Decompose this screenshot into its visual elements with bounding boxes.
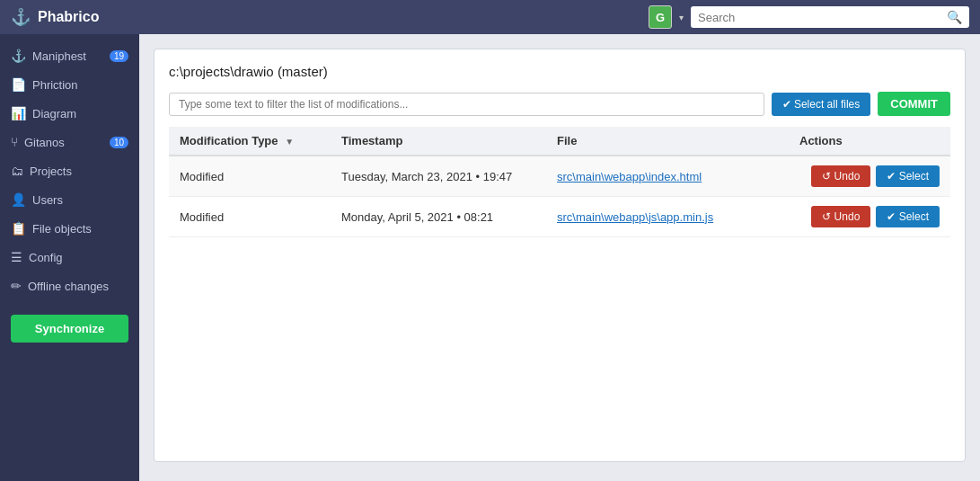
main-layout: ⚓ Maniphest 19 📄 Phriction 📊 Diagram ⑂ G… — [0, 34, 980, 481]
col-header-timestamp: Timestamp — [331, 127, 546, 156]
actions-cell: ↺ Undo ✔ Select — [799, 165, 940, 187]
table-row: ModifiedMonday, April 5, 2021 • 08:21src… — [169, 197, 950, 237]
gitanos-icon: ⑂ — [11, 135, 18, 149]
select-all-button[interactable]: ✔ Select all files — [772, 93, 871, 116]
filter-row: ✔ Select all files COMMIT — [169, 92, 950, 116]
content-card: c:\projects\drawio (master) ✔ Select all… — [154, 49, 966, 462]
select-button[interactable]: ✔ Select — [876, 206, 940, 227]
sidebar-label-config: Config — [29, 251, 63, 264]
undo-button[interactable]: ↺ Undo — [811, 165, 870, 187]
config-icon: ☰ — [11, 250, 22, 264]
topnav-right: G ▾ 🔍 — [649, 5, 969, 29]
col-header-actions: Actions — [789, 127, 950, 156]
offlinechanges-icon: ✏ — [11, 279, 22, 293]
sidebar-label-offlinechanges: Offline changes — [28, 280, 109, 293]
sidebar-label-diagram: Diagram — [32, 107, 76, 120]
select-button[interactable]: ✔ Select — [876, 165, 940, 187]
sidebar-item-config[interactable]: ☰ Config — [0, 243, 139, 272]
maniphest-badge: 19 — [110, 50, 128, 62]
anchor-icon: ⚓ — [11, 7, 31, 27]
app-logo: ⚓ Phabrico — [11, 7, 99, 27]
sidebar-sync: Synchronize — [11, 315, 128, 343]
col-header-file: File — [546, 127, 789, 156]
search-box: 🔍 — [691, 6, 969, 28]
sidebar-item-diagram[interactable]: 📊 Diagram — [0, 99, 139, 128]
sidebar-item-projects[interactable]: 🗂 Projects — [0, 156, 139, 185]
page-title: c:\projects\drawio (master) — [169, 64, 950, 79]
fileobjects-icon: 📋 — [11, 221, 26, 236]
search-button[interactable]: 🔍 — [940, 6, 969, 28]
sidebar-label-users: Users — [32, 193, 63, 207]
users-icon: 👤 — [11, 192, 26, 207]
undo-button[interactable]: ↺ Undo — [811, 206, 870, 227]
sidebar-label-maniphest: Maniphest — [32, 49, 86, 63]
sidebar-item-phriction[interactable]: 📄 Phriction — [0, 70, 139, 99]
cell-mod-type: Modified — [169, 156, 331, 197]
sort-icon: ▼ — [285, 137, 294, 147]
sidebar-item-fileobjects[interactable]: 📋 File objects — [0, 214, 139, 243]
sidebar: ⚓ Maniphest 19 📄 Phriction 📊 Diagram ⑂ G… — [0, 34, 139, 481]
cell-timestamp: Tuesday, March 23, 2021 • 19:47 — [331, 156, 546, 197]
cell-mod-type: Modified — [169, 197, 331, 237]
phriction-icon: 📄 — [11, 77, 26, 92]
avatar-chevron-icon[interactable]: ▾ — [679, 13, 684, 22]
col-header-modtype[interactable]: Modification Type ▼ — [169, 127, 331, 156]
diagram-icon: 📊 — [11, 106, 26, 120]
sidebar-label-gitanos: Gitanos — [24, 136, 65, 149]
modifications-table: Modification Type ▼ Timestamp File Actio… — [169, 127, 950, 237]
sidebar-item-gitanos[interactable]: ⑂ Gitanos 10 — [0, 128, 139, 156]
maniphest-icon: ⚓ — [11, 49, 26, 63]
filter-input[interactable] — [169, 93, 764, 116]
table-header-row: Modification Type ▼ Timestamp File Actio… — [169, 127, 950, 156]
cell-timestamp: Monday, April 5, 2021 • 08:21 — [331, 197, 546, 237]
synchronize-button[interactable]: Synchronize — [11, 315, 128, 343]
cell-actions: ↺ Undo ✔ Select — [789, 156, 950, 197]
cell-actions: ↺ Undo ✔ Select — [789, 197, 950, 237]
sidebar-label-phriction: Phriction — [32, 78, 78, 92]
topnav: ⚓ Phabrico G ▾ 🔍 — [0, 0, 980, 34]
search-input[interactable] — [691, 7, 940, 28]
user-avatar[interactable]: G — [649, 5, 672, 29]
sidebar-item-maniphest[interactable]: ⚓ Maniphest 19 — [0, 41, 139, 70]
projects-icon: 🗂 — [11, 164, 23, 178]
gitanos-badge: 10 — [110, 137, 128, 148]
main-content: c:\projects\drawio (master) ✔ Select all… — [139, 34, 980, 481]
file-link[interactable]: src\main\webapp\index.html — [557, 170, 702, 183]
cell-file: src\main\webapp\index.html — [546, 156, 789, 197]
actions-cell: ↺ Undo ✔ Select — [799, 206, 940, 227]
sidebar-label-projects: Projects — [30, 165, 72, 178]
cell-file: src\main\webapp\js\app.min.js — [546, 197, 789, 237]
table-row: ModifiedTuesday, March 23, 2021 • 19:47s… — [169, 156, 950, 197]
sidebar-item-offlinechanges[interactable]: ✏ Offline changes — [0, 272, 139, 300]
sidebar-item-users[interactable]: 👤 Users — [0, 185, 139, 214]
sidebar-label-fileobjects: File objects — [32, 222, 92, 236]
file-link[interactable]: src\main\webapp\js\app.min.js — [557, 210, 713, 224]
commit-button[interactable]: COMMIT — [878, 92, 950, 116]
app-title: Phabrico — [38, 9, 99, 25]
